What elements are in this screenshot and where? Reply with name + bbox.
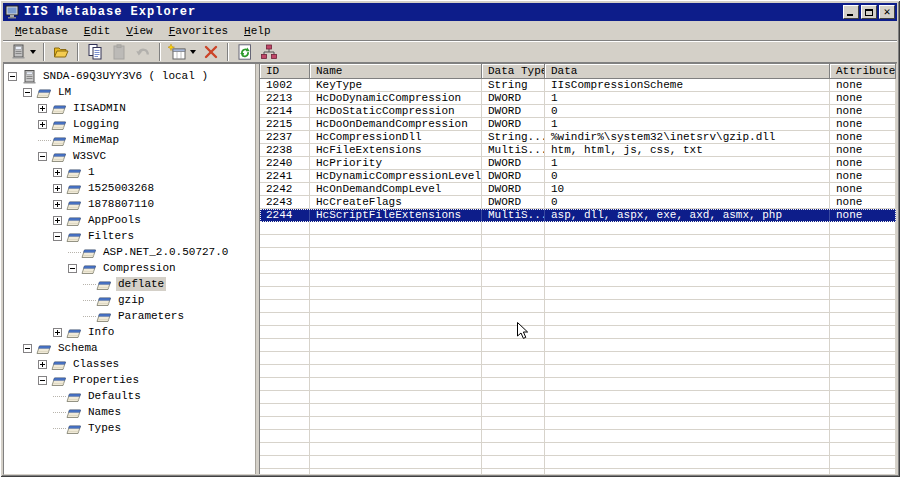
tree-node-label[interactable]: Parameters [116,309,186,323]
title-bar[interactable]: IIS Metabase Explorer ✕ [3,3,897,21]
property-row-2214[interactable]: 2214HcDoStaticCompressionDWORD0none [260,105,896,118]
tree-node-label[interactable]: 1525003268 [86,181,156,195]
property-row-2213[interactable]: 2213HcDoDynamicCompressionDWORD1none [260,92,896,105]
tree-node-info[interactable]: Info [4,324,255,340]
column-header-data-type[interactable]: Data Type [482,64,545,79]
tree-node-compression[interactable]: Compression [4,260,255,276]
tree-node-label[interactable]: LM [56,85,73,99]
collapse-icon[interactable] [23,88,32,97]
tree-node-1878807110[interactable]: 1878807110 [4,196,255,212]
tree-node-classes[interactable]: Classes [4,356,255,372]
property-row-2240[interactable]: 2240HcPriorityDWORD1none [260,157,896,170]
tree-node-label[interactable]: IISADMIN [71,101,128,115]
close-button[interactable]: ✕ [879,5,895,19]
delete-button[interactable] [200,42,222,62]
expand-icon[interactable] [38,360,47,369]
tree-node-label[interactable]: Types [86,421,123,435]
cell-attrs: none [830,79,896,92]
maximize-button[interactable] [861,5,877,19]
menu-view[interactable]: View [118,23,160,39]
tree-node-label[interactable]: Logging [71,117,121,131]
tree-node-properties[interactable]: Properties [4,372,255,388]
dropdown-arrow-icon[interactable] [190,50,196,54]
tree-node-1525003268[interactable]: 1525003268 [4,180,255,196]
menu-metabase[interactable]: Metabase [7,23,76,39]
property-row-2237[interactable]: 2237HcCompressionDllString...%windir%\sy… [260,131,896,144]
tree-node-parameters[interactable]: Parameters [4,308,255,324]
refresh-button[interactable] [234,42,256,62]
column-header-attributes[interactable]: Attributes [830,64,896,79]
column-header-id[interactable]: ID [260,64,310,79]
tree-node-label[interactable]: MimeMap [71,133,121,147]
expand-icon[interactable] [53,216,62,225]
cell-name: HcDoOnDemandCompression [310,118,482,131]
tree-node-label[interactable]: ASP.NET_2.0.50727.0 [101,245,230,259]
tree-node-lm[interactable]: LM [4,84,255,100]
tree-node-names[interactable]: Names [4,404,255,420]
tree-node-types[interactable]: Types [4,420,255,436]
tree-node-label[interactable]: 1878807110 [86,197,156,211]
tree-node-label[interactable]: Classes [71,357,121,371]
expand-icon[interactable] [53,200,62,209]
open-button[interactable] [50,42,72,62]
expand-icon[interactable] [53,168,62,177]
property-row-2241[interactable]: 2241HcDynamicCompressionLevelDWORD0none [260,170,896,183]
tree-node-snda-69q3uyy3v6-local-[interactable]: SNDA-69Q3UYY3V6 ( local ) [4,68,255,84]
tree-node-apppools[interactable]: AppPools [4,212,255,228]
menu-help[interactable]: Help [236,23,278,39]
tree-node-label[interactable]: Compression [101,261,178,275]
copy-button[interactable] [84,42,106,62]
cell-data: 0 [545,196,830,209]
empty-row [260,274,896,287]
tree-node-schema[interactable]: Schema [4,340,255,356]
tree-node-deflate[interactable]: deflate [4,276,255,292]
property-row-2244[interactable]: 2244HcScriptFileExtensionsMultiS...asp, … [260,209,896,222]
expand-icon[interactable] [38,104,47,113]
tree-node-label[interactable]: deflate [116,277,166,291]
tree-node-label[interactable]: Properties [71,373,141,387]
tree-node-filters[interactable]: Filters [4,228,255,244]
column-header-data[interactable]: Data [545,64,830,79]
tree-node-1[interactable]: 1 [4,164,255,180]
property-row-2243[interactable]: 2243HcCreateFlagsDWORD0none [260,196,896,209]
collapse-icon[interactable] [23,344,32,353]
computer-connect-button[interactable] [8,42,38,62]
expand-icon[interactable] [38,120,47,129]
tree-node-label[interactable]: 1 [86,165,97,179]
tree-node-defaults[interactable]: Defaults [4,388,255,404]
tree-node-logging[interactable]: Logging [4,116,255,132]
property-row-2215[interactable]: 2215HcDoOnDemandCompressionDWORD1none [260,118,896,131]
collapse-icon[interactable] [8,72,17,81]
expand-icon[interactable] [53,184,62,193]
tree-node-gzip[interactable]: gzip [4,292,255,308]
property-row-2238[interactable]: 2238HcFileExtensionsMultiS...htm, html, … [260,144,896,157]
tree-node-label[interactable]: SNDA-69Q3UYY3V6 ( local ) [41,69,210,83]
minimize-button[interactable] [843,5,859,19]
tree-node-asp-net-2-0-50727-0[interactable]: ASP.NET_2.0.50727.0 [4,244,255,260]
tree-node-label[interactable]: W3SVC [71,149,108,163]
menu-favorites[interactable]: Favorites [161,23,236,39]
tree-node-label[interactable]: Schema [56,341,100,355]
collapse-icon[interactable] [68,264,77,273]
tree-node-iisadmin[interactable]: IISADMIN [4,100,255,116]
property-row-1002[interactable]: 1002KeyTypeStringIIsCompressionSchemenon… [260,79,896,92]
new-key-button[interactable] [166,42,198,62]
expand-icon[interactable] [53,328,62,337]
hierarchy-button[interactable] [258,42,280,62]
tree-node-label[interactable]: Names [86,405,123,419]
tree-node-label[interactable]: Defaults [86,389,143,403]
collapse-icon[interactable] [38,376,47,385]
property-row-2242[interactable]: 2242HcOnDemandCompLevelDWORD10none [260,183,896,196]
tree-node-label[interactable]: Filters [86,229,136,243]
dropdown-arrow-icon[interactable] [30,50,36,54]
tree-node-label[interactable]: gzip [116,293,146,307]
collapse-icon[interactable] [38,152,47,161]
collapse-icon[interactable] [53,232,62,241]
menu-edit[interactable]: Edit [76,23,118,39]
tree-node-label[interactable]: Info [86,325,116,339]
tree-node-mimemap[interactable]: MimeMap [4,132,255,148]
tree-node-w3svc[interactable]: W3SVC [4,148,255,164]
column-header-name[interactable]: Name [310,64,482,79]
tree-node-label[interactable]: AppPools [86,213,143,227]
empty-row [260,326,896,339]
